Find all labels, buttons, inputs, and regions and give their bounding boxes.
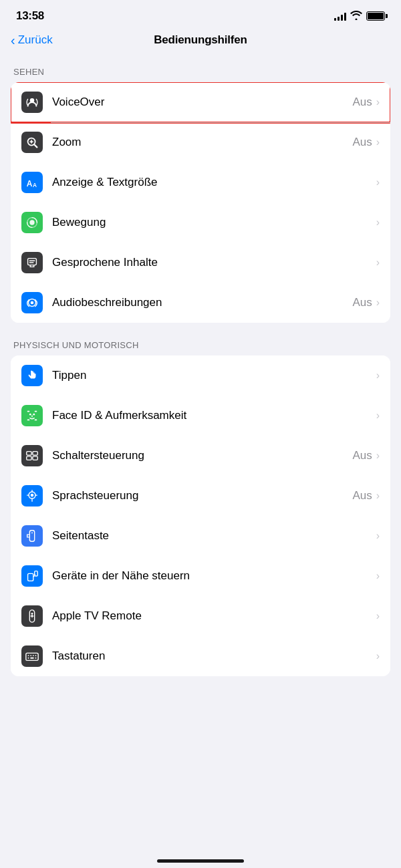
zoom-icon bbox=[21, 132, 43, 153]
voiceover-label: VoiceOver bbox=[52, 96, 352, 109]
audio-desc-value: Aus bbox=[352, 296, 372, 309]
settings-row-faceid[interactable]: Face ID & Aufmerksamkeit › bbox=[11, 396, 390, 436]
gesprochene-chevron-icon: › bbox=[376, 257, 380, 269]
svg-point-17 bbox=[29, 414, 31, 416]
faceid-label: Face ID & Aufmerksamkeit bbox=[52, 409, 376, 422]
motion-icon bbox=[21, 212, 43, 233]
voice-control-icon bbox=[21, 485, 43, 507]
svg-rect-37 bbox=[26, 653, 38, 660]
svg-rect-29 bbox=[29, 531, 34, 542]
status-time: 13:58 bbox=[16, 9, 44, 23]
svg-line-2 bbox=[34, 144, 37, 147]
text-size-icon: A A bbox=[21, 172, 43, 193]
wifi-icon bbox=[350, 11, 362, 22]
audio-desc-label: Audiobeschreibungen bbox=[52, 296, 352, 309]
svg-rect-22 bbox=[33, 456, 37, 460]
status-bar: 13:58 bbox=[0, 0, 401, 28]
svg-rect-15 bbox=[27, 420, 30, 421]
geraete-label: Geräte in der Nähe steuern bbox=[52, 569, 376, 583]
spoken-content-icon bbox=[21, 252, 43, 273]
geraete-chevron-icon: › bbox=[376, 570, 380, 582]
svg-rect-19 bbox=[27, 452, 31, 456]
settings-row-seiten[interactable]: Seitentaste › bbox=[11, 516, 390, 556]
zoom-chevron-icon: › bbox=[376, 136, 380, 148]
anzeige-label: Anzeige & Textgröße bbox=[52, 176, 376, 189]
back-label: Zurück bbox=[18, 33, 53, 47]
settings-group-sehen: VoiceOver Aus › Zoom Aus › A A Anzeige &… bbox=[11, 82, 390, 323]
seiten-chevron-icon: › bbox=[376, 530, 380, 542]
svg-text:A: A bbox=[27, 179, 33, 188]
settings-row-tippen[interactable]: Tippen › bbox=[11, 355, 390, 396]
apple-tv-remote-icon bbox=[21, 605, 43, 627]
settings-row-zoom[interactable]: Zoom Aus › bbox=[11, 122, 390, 162]
appletv-chevron-icon: › bbox=[376, 610, 380, 622]
settings-row-geraete[interactable]: Geräte in der Nähe steuern › bbox=[11, 556, 390, 596]
home-indicator bbox=[157, 859, 244, 863]
svg-rect-9 bbox=[28, 259, 37, 265]
tastaturen-chevron-icon: › bbox=[376, 650, 380, 662]
settings-row-anzeige[interactable]: A A Anzeige & Textgröße › bbox=[11, 162, 390, 202]
anzeige-chevron-icon: › bbox=[376, 176, 380, 188]
settings-row-bewegung[interactable]: Bewegung › bbox=[11, 202, 390, 243]
settings-group-physisch: Tippen › Face ID & Aufmerksamkeit › bbox=[11, 355, 390, 676]
tippen-chevron-icon: › bbox=[376, 370, 380, 382]
svg-text:A: A bbox=[33, 182, 37, 188]
svg-point-34 bbox=[31, 613, 33, 615]
seiten-label: Seitentaste bbox=[52, 529, 376, 543]
section-label-physisch: PHYSISCH UND MOTORISCH bbox=[0, 328, 401, 355]
keyboard-icon bbox=[21, 645, 43, 667]
page-title: Bedienungshilfen bbox=[154, 33, 247, 47]
svg-rect-14 bbox=[35, 411, 37, 412]
side-button-icon bbox=[21, 525, 43, 547]
sprach-chevron-icon: › bbox=[376, 490, 380, 502]
touch-icon bbox=[21, 365, 43, 386]
nav-bar: ‹ Zurück Bedienungshilfen bbox=[0, 28, 401, 55]
nearby-devices-icon bbox=[21, 565, 43, 587]
voiceover-value: Aus bbox=[352, 96, 372, 109]
signal-bars-icon bbox=[334, 12, 346, 21]
zoom-label: Zoom bbox=[52, 136, 352, 149]
svg-point-18 bbox=[33, 414, 35, 416]
switch-control-icon bbox=[21, 445, 43, 466]
svg-rect-31 bbox=[28, 573, 33, 581]
audio-desc-chevron-icon: › bbox=[376, 297, 380, 309]
tippen-label: Tippen bbox=[52, 369, 376, 382]
gesprochene-label: Gesprochene Inhalte bbox=[52, 256, 376, 269]
settings-row-schalter[interactable]: Schaltersteuerung Aus › bbox=[11, 436, 390, 476]
schalter-chevron-icon: › bbox=[376, 450, 380, 462]
zoom-value: Aus bbox=[352, 136, 372, 149]
settings-row-voiceover[interactable]: VoiceOver Aus › bbox=[11, 82, 390, 122]
settings-row-appletv[interactable]: Apple TV Remote › bbox=[11, 596, 390, 636]
voiceover-icon bbox=[21, 92, 43, 113]
faceid-chevron-icon: › bbox=[376, 410, 380, 422]
svg-point-24 bbox=[31, 494, 34, 497]
sprach-label: Sprachsteuerung bbox=[52, 489, 352, 502]
svg-rect-16 bbox=[35, 420, 37, 421]
settings-row-gesprochene[interactable]: Gesprochene Inhalte › bbox=[11, 243, 390, 283]
back-button[interactable]: ‹ Zurück bbox=[11, 33, 53, 47]
svg-point-12 bbox=[31, 301, 34, 305]
section-label-sehen: SEHEN bbox=[0, 55, 401, 82]
settings-row-sprach[interactable]: Sprachsteuerung Aus › bbox=[11, 476, 390, 516]
settings-row-audio[interactable]: Audiobeschreibungen Aus › bbox=[11, 283, 390, 323]
faceid-icon bbox=[21, 405, 43, 426]
tastaturen-label: Tastaturen bbox=[52, 649, 376, 663]
schalter-value: Aus bbox=[352, 449, 372, 462]
voiceover-chevron-icon: › bbox=[376, 96, 380, 108]
audio-desc-icon bbox=[21, 292, 43, 313]
appletv-label: Apple TV Remote bbox=[52, 609, 376, 623]
bewegung-chevron-icon: › bbox=[376, 216, 380, 229]
schalter-label: Schaltersteuerung bbox=[52, 449, 352, 462]
svg-rect-20 bbox=[33, 452, 37, 456]
back-chevron-icon: ‹ bbox=[11, 33, 15, 47]
svg-rect-13 bbox=[27, 411, 30, 412]
battery-icon bbox=[366, 11, 385, 21]
status-icons bbox=[334, 11, 385, 22]
settings-row-tastaturen[interactable]: Tastaturen › bbox=[11, 636, 390, 676]
bewegung-label: Bewegung bbox=[52, 216, 376, 229]
svg-rect-21 bbox=[27, 456, 31, 460]
svg-point-8 bbox=[29, 220, 34, 225]
sprach-value: Aus bbox=[352, 489, 372, 502]
